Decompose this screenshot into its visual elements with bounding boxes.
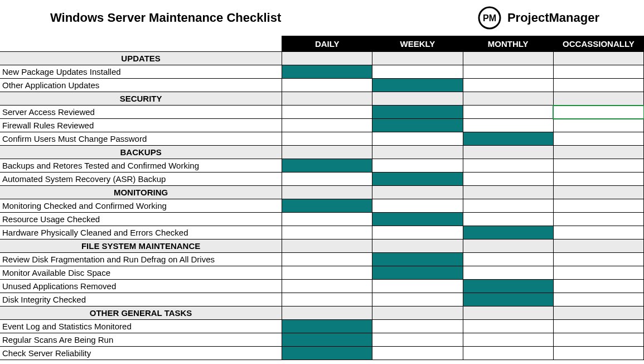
freq-cell[interactable] [372,159,463,173]
section-freq-cell[interactable] [553,146,643,159]
freq-cell[interactable] [372,320,463,333]
header-daily: DAILY [282,36,372,52]
section-freq-cell[interactable] [372,240,463,253]
freq-cell[interactable] [463,173,553,186]
section-freq-cell[interactable] [553,186,643,199]
freq-cell[interactable] [463,132,553,146]
section-freq-cell[interactable] [282,306,372,320]
freq-cell[interactable] [463,253,553,266]
freq-cell[interactable] [282,333,372,347]
freq-cell[interactable] [372,132,463,146]
freq-cell[interactable] [282,253,372,266]
freq-cell[interactable] [282,213,372,226]
freq-cell[interactable] [282,280,372,293]
freq-cell[interactable] [282,293,372,306]
freq-cell[interactable] [282,65,372,79]
freq-cell[interactable] [372,347,463,360]
freq-cell[interactable] [463,79,553,92]
freq-cell[interactable] [553,280,643,293]
freq-cell[interactable] [282,132,372,146]
freq-cell[interactable] [463,347,553,360]
table-row: Hardware Physically Cleaned and Errors C… [0,226,644,240]
freq-cell[interactable] [553,119,643,132]
section-freq-cell[interactable] [463,52,553,65]
freq-cell[interactable] [553,333,643,347]
header-occasionally: OCCASSIONALLY [553,36,643,52]
section-freq-cell[interactable] [282,186,372,199]
freq-cell[interactable] [282,320,372,333]
task-label: Automated System Recovery (ASR) Backup [0,173,282,186]
section-freq-cell[interactable] [372,306,463,320]
section-freq-cell[interactable] [282,52,372,65]
freq-cell[interactable] [463,293,553,306]
section-freq-cell[interactable] [553,306,643,320]
section-freq-cell[interactable] [553,92,643,106]
freq-cell[interactable] [463,333,553,347]
freq-cell[interactable] [463,159,553,173]
freq-cell[interactable] [282,266,372,280]
freq-cell[interactable] [282,226,372,240]
freq-cell[interactable] [463,226,553,240]
freq-cell[interactable] [282,173,372,186]
section-freq-cell[interactable] [553,240,643,253]
freq-cell[interactable] [372,293,463,306]
section-freq-cell[interactable] [282,92,372,106]
freq-cell[interactable] [372,173,463,186]
section-freq-cell[interactable] [282,240,372,253]
section-freq-cell[interactable] [372,186,463,199]
freq-cell[interactable] [463,266,553,280]
freq-cell[interactable] [463,320,553,333]
freq-cell[interactable] [553,226,643,240]
freq-cell[interactable] [553,293,643,306]
freq-cell[interactable] [553,159,643,173]
freq-cell[interactable] [463,213,553,226]
freq-cell[interactable] [553,173,643,186]
freq-cell[interactable] [372,226,463,240]
freq-cell[interactable] [372,333,463,347]
freq-cell[interactable] [372,106,463,119]
freq-cell[interactable] [463,199,553,213]
freq-cell[interactable] [372,119,463,132]
freq-cell[interactable] [463,65,553,79]
freq-cell[interactable] [553,79,643,92]
freq-cell[interactable] [553,213,643,226]
freq-cell[interactable] [372,266,463,280]
section-freq-cell[interactable] [372,146,463,159]
freq-cell[interactable] [282,159,372,173]
section-freq-cell[interactable] [463,306,553,320]
freq-cell[interactable] [553,266,643,280]
freq-cell[interactable] [372,253,463,266]
freq-cell[interactable] [553,132,643,146]
freq-cell[interactable] [553,253,643,266]
freq-cell[interactable] [372,79,463,92]
table-row: Resource Usage Checked [0,213,644,226]
freq-cell[interactable] [553,320,643,333]
freq-cell[interactable] [463,119,553,132]
freq-cell[interactable] [463,106,553,119]
freq-cell[interactable] [282,119,372,132]
section-freq-cell[interactable] [463,146,553,159]
section-freq-cell[interactable] [463,186,553,199]
freq-cell[interactable] [463,280,553,293]
freq-cell[interactable] [372,65,463,79]
section-freq-cell[interactable] [463,240,553,253]
table-row: Monitor Available Disc Space [0,266,644,280]
section-freq-cell[interactable] [463,92,553,106]
freq-cell[interactable] [282,79,372,92]
table-row: Disk Integrity Checked [0,293,644,306]
section-freq-cell[interactable] [282,146,372,159]
freq-cell[interactable] [282,106,372,119]
freq-cell[interactable] [553,347,643,360]
freq-cell[interactable] [553,199,643,213]
freq-cell[interactable] [372,213,463,226]
section-freq-cell[interactable] [372,92,463,106]
section-freq-cell[interactable] [372,52,463,65]
freq-cell[interactable] [553,106,643,119]
freq-cell[interactable] [372,280,463,293]
section-freq-cell[interactable] [553,52,643,65]
freq-cell[interactable] [282,347,372,360]
freq-cell[interactable] [282,199,372,213]
freq-cell[interactable] [553,65,643,79]
freq-cell[interactable] [372,199,463,213]
task-label: Other Application Updates [0,79,282,92]
